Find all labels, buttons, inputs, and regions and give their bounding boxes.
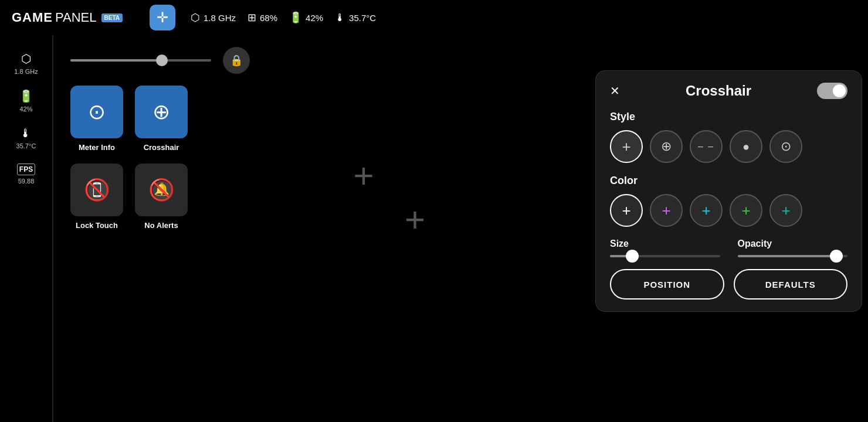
gpu-load: 68%: [260, 13, 277, 23]
opacity-group: Opacity: [738, 239, 848, 257]
widget-crosshair[interactable]: ⊕ Crosshair: [135, 86, 188, 152]
no-alerts-icon: 🔕: [148, 178, 175, 202]
panel-header: ✕ Crosshair: [610, 83, 847, 99]
move-icon: ✛: [157, 9, 168, 26]
size-slider[interactable]: [610, 255, 720, 257]
battery-icon: 🔋: [289, 11, 302, 24]
cpu-freq: 1.8 GHz: [204, 13, 236, 23]
logo-beta: BETA: [101, 13, 123, 22]
size-thumb[interactable]: [626, 250, 639, 263]
logo-game: GAME: [12, 10, 53, 25]
add-widget-button[interactable]: +: [353, 158, 374, 193]
size-opacity-row: Size Opacity: [610, 239, 847, 257]
brightness-slider-area: 🔒: [53, 35, 563, 80]
color-section-label: Color: [610, 175, 847, 187]
style-option-2[interactable]: ⊕: [650, 130, 683, 163]
color-purple-icon: +: [662, 202, 670, 220]
opacity-thumb[interactable]: [830, 250, 843, 263]
color-cyan-icon: +: [701, 202, 710, 220]
opacity-fill: [738, 255, 837, 257]
style-5-icon: ⊙: [781, 139, 791, 154]
widget-grid: ⊙ Meter Info ⊕ Crosshair 📵 Lock Touch 🔕 …: [53, 80, 563, 236]
app-logo: GAME PANEL BETA: [12, 10, 123, 25]
panel-buttons: POSITION DEFAULTS: [610, 269, 847, 300]
panel-close-button[interactable]: ✕: [610, 84, 620, 98]
widget-meter-info-label: Meter Info: [79, 143, 115, 152]
position-button[interactable]: POSITION: [610, 269, 724, 300]
lock-brightness-button[interactable]: 🔒: [223, 47, 250, 74]
style-4-icon: ●: [742, 140, 750, 154]
battery-pct: 42%: [306, 13, 323, 23]
crosshair-toggle[interactable]: [817, 83, 847, 99]
widget-lock-touch-label: Lock Touch: [76, 221, 118, 230]
brightness-fill: [70, 59, 162, 62]
toggle-knob: [833, 84, 846, 97]
move-button[interactable]: ✛: [150, 5, 175, 30]
lock-icon: 🔒: [230, 54, 243, 67]
sidebar-fps-label: 59.88: [18, 178, 35, 185]
crosshair-panel: ✕ Crosshair Style + ⊕ – – ● ⊙ Color + +: [595, 70, 862, 312]
main-content: 🔒 ⊙ Meter Info ⊕ Crosshair 📵 Lock Touch: [53, 35, 563, 422]
widget-meter-info-box: ⊙: [70, 86, 123, 138]
cpu-icon: ⬡: [191, 11, 200, 24]
gpu-icon: ⊞: [247, 11, 256, 24]
logo-panel: PANEL: [55, 10, 97, 25]
style-3-icon: – –: [698, 141, 714, 152]
color-white-icon: +: [622, 202, 630, 220]
size-label: Size: [610, 239, 720, 249]
sidebar-item-fps[interactable]: FPS 59.88: [12, 159, 40, 189]
fps-sidebar-icon: FPS: [17, 164, 35, 175]
color-green-icon: +: [741, 202, 750, 220]
opacity-slider[interactable]: [738, 255, 848, 257]
sidebar: ⬡ 1.8 GHz 🔋 42% 🌡 35.7°C FPS 59.88: [0, 35, 53, 422]
temp-stat: 🌡 35.7°C: [335, 12, 376, 24]
sidebar-item-battery[interactable]: 🔋 42%: [14, 84, 38, 117]
battery-stat: 🔋 42%: [289, 11, 323, 24]
color-option-purple[interactable]: +: [650, 194, 683, 227]
color-option-green[interactable]: +: [730, 194, 762, 227]
style-section-label: Style: [610, 111, 847, 123]
widget-crosshair-box: ⊕: [135, 86, 188, 138]
sidebar-battery-label: 42%: [19, 106, 32, 113]
temp-icon: 🌡: [335, 12, 345, 24]
widget-no-alerts[interactable]: 🔕 No Alerts: [135, 164, 188, 230]
meter-info-icon: ⊙: [88, 100, 106, 124]
style-option-3[interactable]: – –: [690, 130, 723, 163]
widget-lock-touch-box: 📵: [70, 164, 123, 216]
color-option-cyan[interactable]: +: [690, 194, 723, 227]
style-option-4[interactable]: ●: [730, 130, 762, 163]
color-teal-icon: +: [781, 202, 790, 220]
cpu-stat: ⬡ 1.8 GHz: [191, 11, 236, 24]
sidebar-temp-label: 35.7°C: [16, 142, 36, 149]
widget-lock-touch[interactable]: 📵 Lock Touch: [70, 164, 123, 230]
crosshair-widget-icon: ⊕: [152, 100, 170, 124]
widget-crosshair-label: Crosshair: [144, 143, 179, 152]
defaults-button[interactable]: DEFAULTS: [734, 269, 848, 300]
stats-bar: ⬡ 1.8 GHz ⊞ 68% 🔋 42% 🌡 35.7°C: [191, 11, 376, 24]
color-option-white[interactable]: +: [610, 194, 643, 227]
battery-sidebar-icon: 🔋: [19, 89, 33, 103]
style-options: + ⊕ – – ● ⊙: [610, 130, 847, 163]
temp-val: 35.7°C: [349, 13, 376, 23]
opacity-label: Opacity: [738, 239, 848, 249]
sidebar-item-temp[interactable]: 🌡 35.7°C: [12, 122, 41, 154]
panel-title: Crosshair: [686, 83, 751, 99]
style-option-1[interactable]: +: [610, 130, 643, 163]
gpu-stat: ⊞ 68%: [247, 11, 277, 24]
cpu-sidebar-icon: ⬡: [21, 52, 31, 66]
lock-touch-icon: 📵: [84, 178, 110, 202]
sidebar-item-cpu[interactable]: ⬡ 1.8 GHz: [9, 47, 42, 80]
sidebar-cpu-label: 1.8 GHz: [14, 68, 38, 75]
color-option-teal[interactable]: +: [769, 194, 802, 227]
app-header: GAME PANEL BETA ✛ ⬡ 1.8 GHz ⊞ 68% 🔋 42% …: [0, 0, 868, 35]
style-1-icon: +: [622, 138, 630, 156]
widget-meter-info[interactable]: ⊙ Meter Info: [70, 86, 123, 152]
widget-no-alerts-box: 🔕: [135, 164, 188, 216]
brightness-track[interactable]: [70, 59, 211, 62]
color-options: + + + + +: [610, 194, 847, 227]
widget-no-alerts-label: No Alerts: [144, 221, 178, 230]
brightness-thumb[interactable]: [156, 55, 168, 66]
style-2-icon: ⊕: [661, 139, 672, 154]
style-option-5[interactable]: ⊙: [769, 130, 802, 163]
size-group: Size: [610, 239, 720, 257]
